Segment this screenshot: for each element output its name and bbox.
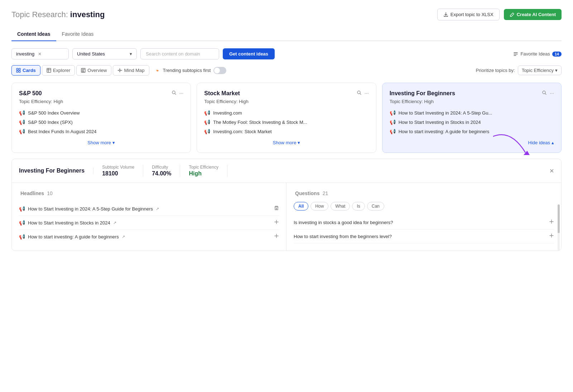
headlines-title: Headlines 10 [19, 190, 279, 196]
megaphone-icon: 📢 [19, 206, 25, 212]
overview-icon [81, 68, 86, 73]
filter-what[interactable]: What [331, 202, 350, 210]
megaphone-icon: 📢 [19, 110, 25, 116]
country-select[interactable]: United States ▾ [72, 48, 137, 59]
chevron-up-icon: ▴ [552, 140, 554, 145]
add-to-favorites-icon[interactable] [274, 219, 279, 226]
svg-rect-1 [19, 68, 21, 70]
add-to-favorites-icon[interactable] [274, 233, 279, 240]
search-icon[interactable] [542, 90, 547, 95]
domain-search-input[interactable]: Search content on domain [140, 48, 219, 59]
card-actions[interactable]: ··· [172, 90, 184, 96]
external-link-icon[interactable]: ↗ [122, 234, 125, 239]
page-header: Topic Research: investing Export topic t… [11, 9, 562, 20]
list-item: 📢 The Motley Fool: Stock Investing & Sto… [204, 119, 369, 125]
card-actions[interactable]: ··· [542, 90, 554, 96]
detail-panel-title: Investing For Beginners [19, 168, 93, 174]
questions-title: Questions 21 [294, 190, 554, 196]
view-explorer-button[interactable]: Explorer [42, 65, 75, 76]
add-to-favorites-icon[interactable] [274, 205, 279, 212]
trending-section: Trending subtopics first [155, 67, 227, 74]
search-icon[interactable] [357, 90, 362, 95]
view-overview-button[interactable]: Overview [76, 65, 111, 76]
card-actions[interactable]: ··· [357, 90, 369, 96]
get-ideas-button[interactable]: Get content ideas [223, 48, 275, 59]
card-title: Investing For Beginners [390, 90, 455, 97]
filter-how[interactable]: How [310, 202, 328, 210]
view-cards-button[interactable]: Cards [11, 65, 40, 76]
title-keyword: investing [70, 10, 105, 19]
svg-rect-0 [16, 68, 18, 70]
megaphone-icon: 📢 [19, 220, 25, 226]
headlines-count: 10 [47, 190, 53, 196]
card-header: Investing For Beginners ··· [390, 90, 554, 97]
scrollbar-thumb[interactable] [558, 204, 560, 233]
favorite-count-badge: 14 [552, 52, 562, 57]
show-more-button[interactable]: Show more ▾ [204, 140, 369, 145]
header-actions: Export topic to XLSX Create AI Content [437, 9, 562, 20]
arrow-area: Hide ideas ▴ [390, 140, 554, 145]
view-mindmap-button[interactable]: Mind Map [113, 65, 149, 76]
card-stock-market: Stock Market ··· Topic Efficiency: High … [197, 83, 376, 153]
cards-grid: S&P 500 ··· Topic Efficiency: High 📢 S&P… [11, 83, 562, 153]
svg-marker-10 [524, 151, 530, 155]
list-item: 📢 How to Start Investing in Stocks in 20… [390, 119, 554, 125]
card-efficiency: Topic Efficiency: High [390, 99, 554, 104]
keyword-value: investing [16, 51, 34, 57]
search-placeholder: Search content on domain [146, 51, 200, 57]
filter-can[interactable]: Can [367, 202, 384, 210]
keyword-input[interactable]: investing ✕ [11, 48, 69, 59]
list-item: 📢 S&P 500 Index (SPX) [19, 119, 183, 125]
clear-keyword-icon[interactable]: ✕ [38, 52, 42, 57]
export-icon [443, 12, 448, 17]
headline-item: 📢 How to Start Investing in Stocks in 20… [19, 216, 279, 230]
favorite-ideas-link[interactable]: Favorite Ideas 14 [513, 51, 562, 57]
table-icon [47, 68, 51, 73]
chevron-down-icon: ▾ [112, 140, 115, 145]
export-button[interactable]: Export topic to XLSX [437, 9, 500, 20]
show-more-button[interactable]: Show more ▾ [19, 140, 183, 145]
toggle-dot [214, 68, 220, 73]
list-icon [513, 52, 518, 57]
flame-icon [155, 68, 160, 73]
search-icon[interactable] [172, 90, 177, 95]
create-ai-button[interactable]: Create AI Content [504, 9, 562, 20]
country-value: United States [77, 51, 105, 57]
priority-select[interactable]: Topic Efficiency ▾ [518, 66, 562, 75]
grid-icon [16, 68, 21, 73]
add-question-icon[interactable] [549, 233, 554, 239]
headline-item: 📢 How to start investing: A guide for be… [19, 230, 279, 243]
external-link-icon[interactable]: ↗ [156, 207, 159, 211]
list-item: 📢 Best Index Funds In August 2024 [19, 129, 183, 134]
headline-item: 📢 How to Start Investing in 2024: A 5-St… [19, 202, 279, 216]
list-item: 📢 S&P 500 Index Overview [19, 110, 183, 116]
megaphone-icon: 📢 [19, 234, 25, 239]
external-link-icon[interactable]: ↗ [113, 221, 116, 225]
more-options-icon[interactable]: ··· [179, 90, 184, 96]
difficulty-stat: Difficulty 74.00% [143, 165, 180, 177]
filter-is[interactable]: Is [352, 202, 365, 210]
card-header: Stock Market ··· [204, 90, 369, 97]
tab-content-ideas[interactable]: Content Ideas [11, 28, 56, 41]
prioritize-label: Prioritize topics by: [476, 68, 515, 73]
filter-all[interactable]: All [294, 202, 308, 210]
questions-count: 21 [323, 190, 328, 196]
megaphone-icon: 📢 [204, 119, 210, 125]
stat-value: High [189, 170, 218, 177]
trending-toggle[interactable] [213, 67, 226, 74]
megaphone-icon: 📢 [390, 119, 396, 125]
card-items: 📢 Investing.com 📢 The Motley Fool: Stock… [204, 110, 369, 134]
more-options-icon[interactable]: ··· [550, 90, 554, 96]
list-item: 📢 Investing.com [204, 110, 369, 116]
close-detail-button[interactable]: ✕ [549, 168, 554, 174]
card-items: 📢 How to Start Investing in 2024: A 5-St… [390, 110, 554, 134]
more-options-icon[interactable]: ··· [365, 90, 369, 96]
hide-ideas-button[interactable]: Hide ideas ▴ [390, 140, 554, 145]
stat-label: Subtopic Volume [102, 165, 134, 170]
card-title: S&P 500 [19, 90, 42, 97]
add-question-icon[interactable] [549, 219, 554, 226]
tab-favorite-ideas[interactable]: Favorite Ideas [56, 28, 100, 41]
svg-rect-2 [16, 71, 18, 73]
scrollbar-track [558, 204, 560, 251]
mindmap-icon [117, 68, 122, 73]
